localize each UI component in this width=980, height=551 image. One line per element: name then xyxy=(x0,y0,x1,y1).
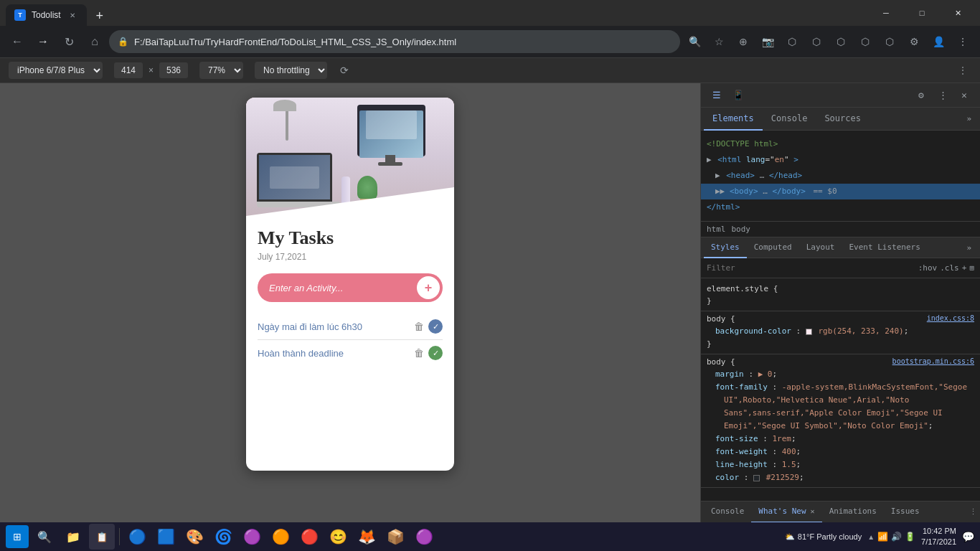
breadcrumb-body[interactable]: body xyxy=(732,225,751,234)
whats-new-close[interactable]: ✕ xyxy=(811,507,815,515)
sub-tab-event-listeners[interactable]: Event Listeners xyxy=(842,237,927,258)
inspect-element-button[interactable]: ☰ xyxy=(707,85,727,105)
back-button[interactable]: ← xyxy=(6,30,29,53)
device-toggle-button[interactable]: 📱 xyxy=(728,85,748,105)
taskbar-app-4[interactable]: 🌀 xyxy=(210,524,236,550)
body-selected: == $0 xyxy=(813,187,837,196)
taskbar-files[interactable]: 📁 xyxy=(60,524,86,550)
task-input-placeholder[interactable]: Enter an Activity... xyxy=(269,283,417,293)
taskbar-app-2[interactable]: 🟦 xyxy=(153,524,179,550)
task-input-row[interactable]: Enter an Activity... + xyxy=(258,273,443,302)
forward-button[interactable]: → xyxy=(32,30,55,53)
hov-filter[interactable]: :hov xyxy=(918,263,938,273)
tab-console[interactable]: Console xyxy=(763,108,816,131)
device-select[interactable]: iPhone 6/7/8 Plus xyxy=(9,62,103,79)
search-button[interactable]: 🔍 xyxy=(683,30,706,53)
taskbar-app-7[interactable]: 📦 xyxy=(382,524,408,550)
dom-line-doctype[interactable]: <!DOCTYPE html> xyxy=(701,136,980,152)
search-taskbar-button[interactable]: 🔍 xyxy=(32,524,57,550)
ext2-button[interactable]: ⬡ xyxy=(805,30,828,53)
ext4-button[interactable]: ⬡ xyxy=(854,30,877,53)
active-tab[interactable]: T Todolist ✕ xyxy=(6,4,87,26)
ext5-button[interactable]: ⬡ xyxy=(878,30,901,53)
taskbar-app-emoji[interactable]: 😊 xyxy=(325,524,351,550)
start-button[interactable]: ⊞ xyxy=(6,525,29,548)
settings-button[interactable]: ⚙ xyxy=(903,30,925,53)
maximize-button[interactable]: □ xyxy=(905,0,938,26)
screenshot-button[interactable]: ⊕ xyxy=(732,30,755,53)
taskbar-app-chrome[interactable]: 🔴 xyxy=(296,524,322,550)
task-complete-button[interactable]: ✓ xyxy=(428,346,443,360)
taskbar-app-firefox[interactable]: 🦊 xyxy=(354,524,380,550)
url-text: F:/BaiTapLuuTru/TryHardFrontEnd/ToDoList… xyxy=(134,37,672,47)
close-button[interactable]: ✕ xyxy=(941,0,974,26)
font-family-cont1-val: UI",Roboto,"Helvetica Neue",Arial,"Noto xyxy=(724,395,909,405)
menu-button[interactable]: ⋮ xyxy=(951,30,974,53)
bottom-tab-whats-new[interactable]: What's New ✕ xyxy=(751,501,821,523)
taskbar-weather[interactable]: ⛅ 81°F Partly cloudy xyxy=(785,532,862,542)
devtools-more-button[interactable]: ⋮ xyxy=(933,85,953,105)
taskbar-app-visual[interactable]: 🟣 xyxy=(411,524,437,550)
nav-bar: ← → ↻ ⌂ 🔒 F:/BaiTapLuuTru/TryHardFrontEn… xyxy=(0,26,980,57)
taskbar-app-5[interactable]: 🟣 xyxy=(239,524,265,550)
ext1-button[interactable]: ⬡ xyxy=(781,30,804,53)
width-input[interactable] xyxy=(114,62,143,78)
task-delete-button[interactable]: 🗑 xyxy=(414,347,424,359)
bookmark-button[interactable]: ☆ xyxy=(707,30,730,53)
ext3-button[interactable]: ⬡ xyxy=(829,30,852,53)
sub-tab-styles[interactable]: Styles xyxy=(704,237,747,258)
bottom-tab-issues[interactable]: Issues xyxy=(884,501,927,523)
add-rule[interactable]: + xyxy=(962,263,967,273)
add-task-button[interactable]: + xyxy=(417,276,440,299)
dom-line-head[interactable]: ▶ <head> … </head> xyxy=(701,168,980,184)
semi3: ; xyxy=(791,434,796,443)
task-delete-button[interactable]: 🗑 xyxy=(414,321,424,332)
cls-filter[interactable]: .cls xyxy=(940,263,959,273)
tab-area: T Todolist ✕ + xyxy=(6,0,870,26)
bootstrap-css-source[interactable]: bootstrap.min.css:6 xyxy=(892,357,974,365)
home-button[interactable]: ⌂ xyxy=(83,30,106,53)
devtools-close-button[interactable]: ✕ xyxy=(954,85,974,105)
body-index-style-block: body { index.css:8 background-color : rg… xyxy=(701,311,980,354)
tab-elements[interactable]: Elements xyxy=(704,108,763,131)
height-input[interactable] xyxy=(159,62,188,78)
dom-line-html[interactable]: ▶ <html lang="en" > xyxy=(701,152,980,168)
viewport: My Tasks July 17,2021 Enter an Activity.… xyxy=(0,83,700,522)
taskbar-app1[interactable]: 📋 xyxy=(89,524,115,550)
zoom-select[interactable]: 77% xyxy=(199,62,243,79)
taskbar-app-vscode[interactable]: 🔵 xyxy=(124,524,150,550)
throttle-select[interactable]: No throttling xyxy=(255,62,327,79)
profile-button[interactable]: 👤 xyxy=(927,30,950,53)
new-tab-button[interactable]: + xyxy=(90,6,110,26)
taskbar-app-3[interactable]: 🎨 xyxy=(182,524,207,550)
reload-button[interactable]: ↻ xyxy=(57,30,80,53)
tab-more-button[interactable]: » xyxy=(961,114,977,123)
color-swatch xyxy=(806,329,812,335)
tab-close-button[interactable]: ✕ xyxy=(67,9,78,21)
sub-tab-more[interactable]: » xyxy=(961,243,977,253)
sub-tab-layout[interactable]: Layout xyxy=(799,237,842,258)
tab-sources[interactable]: Sources xyxy=(816,108,870,131)
sub-tab-computed[interactable]: Computed xyxy=(747,237,799,258)
dom-line-html-close[interactable]: </html> xyxy=(701,199,980,215)
bottom-tabs-more[interactable]: ⋮ xyxy=(969,507,977,517)
minimize-button[interactable]: ─ xyxy=(870,0,903,26)
bottom-tab-console[interactable]: Console xyxy=(704,501,751,523)
taskbar-clock[interactable]: 10:42 PM 7/17/2021 xyxy=(921,526,956,548)
filter-input[interactable] xyxy=(707,263,913,273)
notification-button[interactable]: 💬 xyxy=(962,531,974,542)
index-css-source[interactable]: index.css:8 xyxy=(927,314,974,322)
clock-time: 10:42 PM xyxy=(921,526,956,537)
dom-line-body[interactable]: ▶▶ <body> … </body> == $0 xyxy=(701,184,980,199)
orientation-button[interactable]: ⟳ xyxy=(333,59,356,82)
taskbar-app-6[interactable]: 🟠 xyxy=(268,524,293,550)
toggle-view[interactable]: ⊞ xyxy=(969,263,974,273)
address-bar[interactable]: 🔒 F:/BaiTapLuuTru/TryHardFrontEnd/ToDoLi… xyxy=(109,30,680,53)
camera-button[interactable]: 📷 xyxy=(756,30,779,53)
devtools-settings-button[interactable]: ⚙ xyxy=(911,85,931,105)
breadcrumb-html[interactable]: html xyxy=(707,225,726,234)
task-item: Ngày mai đi làm lúc 6h30 🗑 ✓ xyxy=(258,314,443,339)
task-complete-button[interactable]: ✓ xyxy=(428,319,443,334)
bottom-tab-animations[interactable]: Animations xyxy=(822,501,884,523)
toolbar-more-button[interactable]: ⋮ xyxy=(954,62,971,79)
